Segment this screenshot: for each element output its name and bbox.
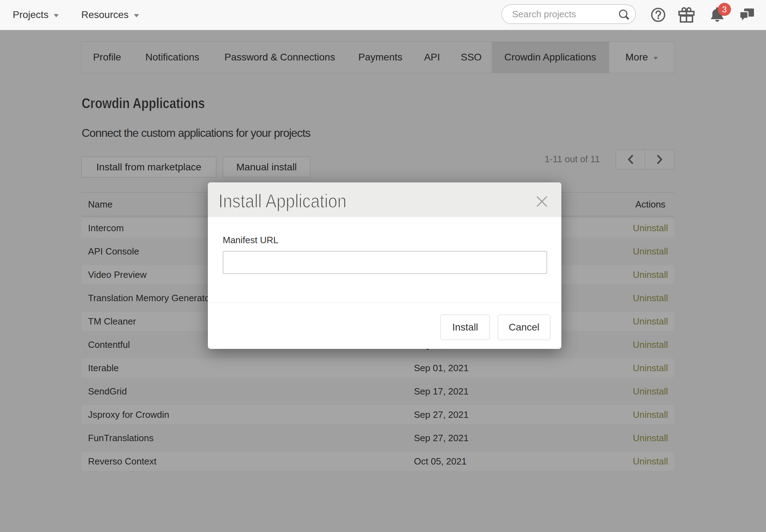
- search-box: [501, 4, 636, 24]
- nav-projects-label: Projects: [13, 9, 48, 21]
- nav-resources[interactable]: Resources: [81, 0, 139, 30]
- install-application-modal: Install Application Manifest URL Install…: [208, 182, 561, 349]
- chevron-down-icon: [54, 14, 59, 17]
- search-icon[interactable]: [618, 8, 631, 21]
- gift-button[interactable]: [678, 0, 695, 30]
- gift-icon: [678, 7, 695, 23]
- help-icon: [651, 7, 666, 22]
- chat-icon: [739, 8, 755, 22]
- notifications-badge-count: 3: [722, 5, 727, 14]
- cancel-button[interactable]: Cancel: [498, 315, 550, 340]
- install-button[interactable]: Install: [440, 315, 490, 340]
- chevron-down-icon: [134, 14, 139, 17]
- nav-projects[interactable]: Projects: [13, 0, 59, 30]
- modal-title: Install Application: [218, 190, 346, 212]
- modal-footer-divider: [208, 303, 561, 303]
- nav-resources-label: Resources: [81, 9, 129, 21]
- close-icon[interactable]: [536, 195, 548, 207]
- manifest-url-input[interactable]: [223, 251, 547, 274]
- help-button[interactable]: [651, 0, 666, 30]
- search-input[interactable]: [512, 5, 615, 23]
- chat-button[interactable]: [739, 0, 755, 30]
- topbar: Projects Resources: [0, 0, 766, 30]
- notifications-badge: 3: [718, 3, 731, 16]
- manifest-url-label: Manifest URL: [223, 235, 279, 246]
- modal-header: Install Application: [208, 182, 561, 217]
